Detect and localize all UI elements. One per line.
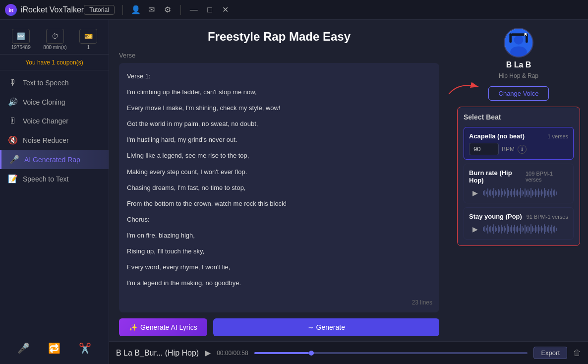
wave-bar: [501, 188, 502, 197]
wave-bar: [536, 227, 537, 232]
wave-bar: [556, 228, 557, 231]
sidebar-item-vc[interactable]: 🔊 Voice Cloning: [0, 92, 109, 112]
wave-bar: [528, 189, 529, 197]
generate-ai-lyrics-button[interactable]: ✨ Generate AI Lyrics: [119, 318, 207, 336]
wave-bar: [525, 188, 526, 197]
beat-item-acapella[interactable]: Acapella (no beat) 1 verses BPM ℹ: [464, 127, 574, 160]
titlebar-divider2: [180, 5, 181, 15]
sidebar-item-agr[interactable]: 🎤 AI Generated Rap: [0, 150, 109, 169]
wave-bar: [542, 228, 543, 231]
titlebar-divider: [122, 5, 123, 15]
settings-icon[interactable]: ⚙: [163, 5, 173, 14]
wave-bar: [525, 225, 526, 234]
vch-label: Voice Changer: [23, 117, 68, 125]
beat-info: 1 verses: [547, 133, 568, 139]
minimize-button[interactable]: —: [189, 5, 199, 14]
line-count: 23 lines: [412, 298, 432, 307]
wave-bar: [544, 188, 545, 198]
wave-bar: [505, 228, 506, 231]
wave-bar: [517, 189, 518, 196]
wave-bar: [545, 226, 546, 232]
wave-bar: [548, 225, 549, 233]
bpm-label: BPM: [502, 146, 515, 153]
wave-bar: [526, 227, 527, 232]
agr-icon: 🎤: [9, 155, 19, 164]
user-icon[interactable]: 👤: [131, 5, 141, 14]
change-voice-button[interactable]: Change Voice: [488, 86, 549, 101]
progress-bar[interactable]: [254, 352, 528, 354]
repeat-icon[interactable]: 🔁: [48, 342, 60, 354]
sidebar-item-vch[interactable]: 🎚 Voice Changer: [0, 112, 109, 130]
stt-label: Speech to Text: [23, 175, 68, 183]
beat-header-3: Stay young (Pop) 91 BPM-1 verses: [469, 213, 568, 220]
close-button[interactable]: ✕: [221, 5, 231, 14]
wave-bar: [495, 190, 496, 196]
svg-text:iR: iR: [9, 8, 14, 13]
play-beat-2[interactable]: ▶: [469, 187, 481, 199]
sidebar-item-tts[interactable]: 🎙 Text to Speech: [0, 73, 109, 92]
wave-bar: [487, 188, 488, 197]
sidebar-item-nr[interactable]: 🔇 Noise Reducer: [0, 130, 109, 150]
cut-icon[interactable]: ✂️: [79, 342, 91, 354]
sidebar-item-stt[interactable]: 📝 Speech to Text: [0, 169, 109, 188]
wave-bar: [545, 190, 546, 196]
wave-bar: [519, 191, 520, 195]
beat-name: Acapella (no beat): [469, 132, 525, 140]
wave-bar: [510, 227, 511, 232]
wave-bar: [487, 225, 488, 234]
wave-bar: [528, 226, 529, 233]
coupon-icon: 🎫: [79, 29, 97, 44]
wave-bar: [490, 189, 491, 196]
wave-bar: [483, 191, 484, 195]
wave-bar: [489, 227, 490, 232]
characters-icon: 🔤: [12, 29, 30, 44]
verse-label: Verse: [119, 52, 439, 59]
tutorial-button[interactable]: Tutorial: [84, 5, 115, 15]
beat-info-3: 91 BPM-1 verses: [527, 214, 568, 220]
play-button-bottom[interactable]: ▶: [205, 348, 211, 358]
svg-text:B: B: [524, 32, 527, 37]
titlebar: iR iRocket VoxTalker Tutorial 👤 ✉ ⚙ — □ …: [0, 0, 588, 20]
wave-bar: [513, 227, 514, 231]
wave-bar: [489, 190, 490, 195]
beat-item-burnrate[interactable]: Burn rate (Hip Hop) 109 BPM-1 verses ▶: [464, 164, 574, 203]
wave-bar: [499, 190, 500, 195]
wave-bar: [516, 227, 517, 232]
main-row: Freestyle Rap Made Easy Verse Verse 1:I'…: [109, 20, 588, 341]
beat-item-stayyoung[interactable]: Stay young (Pop) 91 BPM-1 verses ▶: [464, 207, 574, 240]
lyrics-box[interactable]: Verse 1:I'm climbing up the ladder, can'…: [119, 63, 439, 312]
play-beat-3[interactable]: ▶: [469, 223, 481, 235]
export-button[interactable]: Export: [533, 347, 567, 359]
wave-bar: [530, 188, 531, 198]
titlebar-controls: Tutorial 👤 ✉ ⚙ — □ ✕: [84, 5, 231, 15]
rap-area: Freestyle Rap Made Easy Verse Verse 1:I'…: [109, 20, 449, 341]
wave-bar: [547, 191, 548, 195]
voice-section: B B La B Hip Hop & Rap: [457, 28, 580, 101]
bpm-input[interactable]: [469, 143, 499, 155]
tts-icon: 🎙: [8, 78, 18, 87]
progress-fill: [254, 352, 309, 354]
wave-bar: [493, 224, 494, 234]
wave-bar: [536, 190, 537, 195]
wave-bars-3: [483, 223, 568, 235]
mic-bottom-icon[interactable]: 🎤: [17, 342, 30, 354]
voice-genre: Hip Hop & Rap: [499, 72, 538, 79]
wave-bar: [529, 227, 530, 231]
avatar: B: [504, 28, 533, 58]
info-icon[interactable]: ℹ: [518, 145, 527, 154]
wave-bar: [544, 224, 545, 234]
delete-icon[interactable]: 🗑: [573, 349, 581, 358]
wave-bar: [502, 227, 503, 231]
waveform-2: ▶: [469, 187, 568, 199]
app-icon: iR: [5, 4, 17, 16]
maximize-button[interactable]: □: [205, 5, 215, 14]
generate-label: → Generate: [307, 323, 345, 331]
nr-label: Noise Reducer: [23, 136, 69, 144]
bpm-row: BPM ℹ: [469, 143, 568, 155]
wave-bar: [556, 191, 557, 195]
wave-bar: [501, 225, 502, 234]
mail-icon[interactable]: ✉: [147, 5, 157, 14]
wave-bar: [520, 224, 521, 234]
generate-button[interactable]: → Generate: [213, 318, 439, 336]
waveform-3: ▶: [469, 223, 568, 235]
